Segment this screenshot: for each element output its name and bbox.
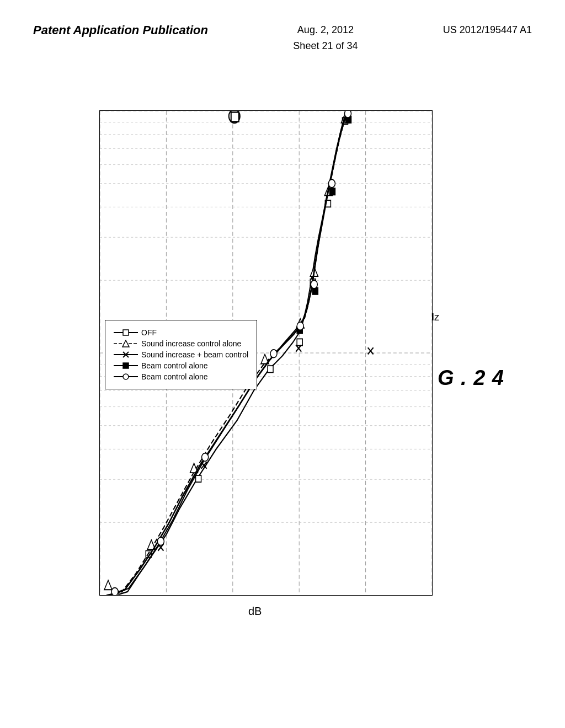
x-axis-label: dB: [248, 605, 262, 618]
legend-item-beam-alone-filled: Beam control alone: [114, 361, 248, 370]
pub-date: Aug. 2, 2012: [297, 24, 354, 35]
sheet-info: Sheet 21 of 34: [293, 40, 358, 51]
legend-item-sound-increase: Sound increase control alone: [114, 339, 248, 348]
chart-container: F I G . 2 4 Hz 10000 1000 100 65 60 55 5…: [44, 110, 521, 640]
svg-marker-67: [122, 340, 129, 347]
legend-label-sound-increase-alone: Sound increase control alone: [141, 339, 241, 348]
patent-number: US 2012/195447 A1: [443, 22, 532, 38]
svg-marker-32: [104, 580, 112, 590]
svg-point-58: [328, 179, 335, 188]
legend-label-beam-alone-filled: Beam control alone: [141, 361, 208, 370]
chart-legend: OFF Sound increase control alone Sound i…: [105, 320, 257, 389]
legend-label-sound-beam: Sound increase + beam control: [141, 350, 248, 359]
svg-point-59: [344, 111, 351, 117]
svg-point-53: [157, 537, 164, 545]
svg-point-55: [270, 350, 277, 358]
svg-rect-61: [231, 112, 239, 121]
legend-label-off: OFF: [141, 328, 157, 337]
svg-rect-28: [297, 339, 302, 345]
svg-rect-50: [329, 188, 335, 195]
svg-point-74: [123, 374, 129, 379]
svg-rect-27: [268, 366, 273, 372]
publication-title: Patent Application Publication: [33, 22, 208, 39]
svg-rect-72: [123, 363, 129, 368]
legend-item-sound-beam: Sound increase + beam control: [114, 350, 248, 359]
page-header: Patent Application Publication Aug. 2, 2…: [0, 22, 565, 54]
legend-label-beam-alone-circle: Beam control alone: [141, 372, 208, 381]
svg-point-56: [297, 322, 303, 330]
svg-point-52: [111, 588, 118, 595]
svg-point-57: [311, 280, 317, 288]
legend-item-off: OFF: [114, 328, 248, 337]
svg-rect-65: [123, 330, 129, 335]
svg-rect-26: [196, 475, 201, 482]
header-center-info: Aug. 2, 2012 Sheet 21 of 34: [293, 22, 358, 54]
svg-point-54: [202, 453, 209, 462]
legend-item-beam-alone-circle: Beam control alone: [114, 372, 248, 381]
